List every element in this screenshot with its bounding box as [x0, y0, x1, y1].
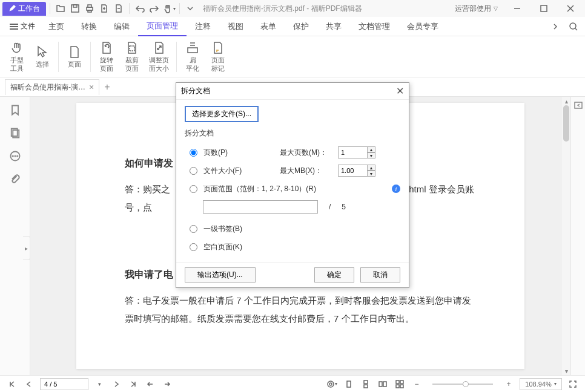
save-icon[interactable] [68, 2, 82, 15]
max-pages-input[interactable] [338, 146, 367, 158]
svg-rect-8 [188, 48, 197, 53]
output-options-button[interactable]: 输出选项(U)... [185, 267, 256, 283]
workspace-tab[interactable]: 工作台 [2, 2, 46, 16]
svg-rect-26 [400, 385, 403, 388]
pages-icon[interactable] [9, 127, 21, 139]
menu-view[interactable]: 视图 [219, 18, 252, 36]
menu-page-manage[interactable]: 页面管理 [138, 17, 187, 36]
ribbon-crop[interactable]: 裁剪 页面 [120, 39, 144, 75]
dept-dropdown[interactable]: 运营部使用▽ [450, 2, 503, 15]
document-tab[interactable]: 福昕会员使用指南-演… × [5, 79, 99, 95]
cancel-button[interactable]: 取消 [360, 267, 400, 283]
prev-page-button[interactable] [23, 378, 35, 390]
ribbon-marks[interactable]: 页面 标记 [206, 39, 230, 75]
radio-blank[interactable] [190, 243, 197, 251]
menu-share[interactable]: 共享 [317, 18, 350, 36]
zoom-out-button[interactable]: − [411, 378, 423, 390]
menu-home[interactable]: 主页 [40, 18, 73, 36]
ribbon-page[interactable]: 页面 [62, 39, 87, 75]
print-icon[interactable] [83, 2, 96, 15]
ribbon-flatten[interactable]: 扁 平化 [180, 39, 205, 75]
page-number-input[interactable] [40, 378, 88, 390]
ribbon-rotate[interactable]: 旋转 页面 [94, 39, 119, 75]
select-more-files-button[interactable]: 选择更多文件(S)... [185, 106, 259, 122]
menu-doc-manage[interactable]: 文档管理 [350, 18, 398, 36]
vertical-scrollbar[interactable]: ▴ ▾ [562, 97, 570, 375]
hand-dropdown-icon[interactable]: ▾ [162, 2, 176, 15]
open-icon[interactable] [54, 2, 67, 15]
max-mb-input[interactable] [338, 165, 367, 177]
radio-range[interactable] [190, 185, 197, 193]
sidebar-expand-handle[interactable]: ▸ [23, 236, 30, 260]
page-icon [67, 45, 82, 59]
nav-back-button[interactable] [144, 378, 156, 390]
menu-edit[interactable]: 编辑 [105, 18, 138, 36]
scroll-down-icon[interactable]: ▾ [562, 367, 570, 375]
chevron-down-icon[interactable] [183, 2, 197, 15]
ribbon-hand-tool[interactable]: 手型 工具 [5, 39, 29, 75]
nav-forward-button[interactable] [161, 378, 173, 390]
dialog-titlebar[interactable]: 拆分文档 ✕ [176, 83, 409, 100]
last-page-button[interactable] [127, 378, 139, 390]
scroll-thumb[interactable] [563, 105, 569, 142]
zoom-in-button[interactable]: + [503, 378, 515, 390]
single-page-icon[interactable] [343, 378, 355, 390]
spin-up-icon[interactable]: ▲ [367, 146, 375, 152]
radio-bookmark[interactable] [190, 225, 197, 233]
add-tab-button[interactable]: + [104, 82, 110, 93]
add-page-icon[interactable] [98, 2, 111, 15]
section-title: 拆分文档 [185, 128, 400, 139]
first-page-button[interactable] [6, 378, 18, 390]
attachments-icon[interactable] [9, 173, 21, 185]
file-menu[interactable]: 文件 [5, 19, 40, 34]
radio-pages[interactable] [190, 149, 197, 157]
comments-icon[interactable] [9, 150, 21, 162]
option-bookmark-row: 一级书签(B) [185, 220, 400, 238]
menu-protect[interactable]: 保护 [285, 18, 317, 36]
zoom-handle[interactable] [463, 381, 469, 387]
radio-bookmark-label: 一级书签(B) [203, 224, 242, 234]
option-filesize-row: 文件大小(F) 最大MB(X)： ▲▼ [185, 162, 400, 180]
continuous-icon[interactable] [360, 378, 372, 390]
menu-convert[interactable]: 转换 [73, 18, 105, 36]
range-input[interactable] [203, 200, 318, 214]
dialog-close-button[interactable]: ✕ [396, 85, 404, 97]
menu-form[interactable]: 表单 [252, 18, 285, 36]
search-icon[interactable] [567, 20, 580, 33]
ok-button[interactable]: 确定 [314, 267, 354, 283]
spin-down-icon[interactable]: ▼ [367, 152, 375, 158]
spin-up-icon[interactable]: ▲ [367, 165, 375, 171]
undo-icon[interactable] [133, 2, 147, 15]
bookmark-icon[interactable] [9, 104, 21, 116]
facing-icon[interactable] [377, 378, 389, 390]
workspace-label: 工作台 [18, 4, 40, 14]
remove-page-icon[interactable] [112, 2, 125, 15]
redo-icon[interactable] [148, 2, 161, 15]
zoom-slider[interactable] [432, 384, 493, 385]
menu-annotate[interactable]: 注释 [187, 18, 219, 36]
next-page-button[interactable] [110, 378, 122, 390]
svg-rect-1 [73, 5, 77, 7]
read-mode-icon[interactable]: ▾ [326, 378, 338, 390]
svg-rect-4 [88, 10, 91, 12]
collapse-panel-icon[interactable] [573, 100, 583, 110]
zoom-value[interactable]: 108.94%▾ [520, 378, 562, 390]
spin-down-icon[interactable]: ▼ [367, 171, 375, 177]
facing-continuous-icon[interactable] [394, 378, 406, 390]
split-document-dialog: 拆分文档 ✕ 选择更多文件(S)... 拆分文档 页数(P) 最大页数(M)： … [176, 82, 409, 288]
right-sidebar [570, 97, 585, 375]
menu-member[interactable]: 会员专享 [398, 18, 447, 36]
page-dropdown-icon[interactable]: ▾ [93, 378, 105, 390]
ribbon-select[interactable]: 选择 [30, 39, 55, 75]
scroll-up-icon[interactable]: ▴ [562, 97, 570, 105]
minimize-button[interactable] [505, 0, 529, 17]
close-button[interactable] [558, 0, 583, 17]
fullscreen-icon[interactable] [567, 378, 579, 390]
document-tab-label: 福昕会员使用指南-演… [10, 82, 85, 93]
maximize-button[interactable] [532, 0, 556, 17]
overflow-icon[interactable] [549, 20, 562, 33]
info-icon[interactable]: i [392, 185, 400, 193]
radio-filesize[interactable] [190, 167, 197, 175]
close-tab-icon[interactable]: × [89, 82, 94, 92]
ribbon-resize[interactable]: 调整页 面大小 [145, 39, 173, 75]
